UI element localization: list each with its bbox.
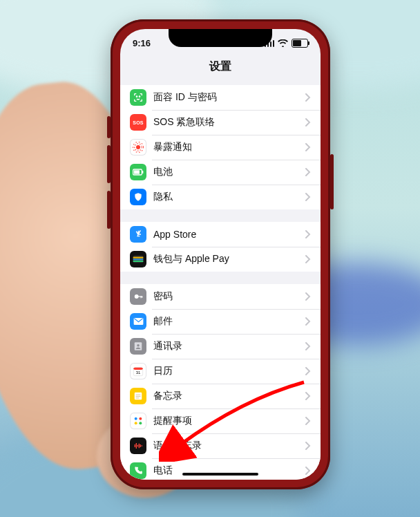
chevron-right-icon <box>305 230 311 238</box>
chevron-right-icon <box>305 442 311 450</box>
svg-rect-13 <box>137 296 142 297</box>
settings-row-label: 钱包与 Apple Pay <box>153 253 305 265</box>
phone-icon <box>130 462 146 479</box>
svg-rect-6 <box>142 171 143 173</box>
chevron-right-icon <box>305 342 311 350</box>
settings-row-contacts[interactable]: 通讯录 <box>120 334 321 359</box>
svg-point-1 <box>139 96 140 97</box>
exposure-icon <box>130 139 146 156</box>
settings-row-label: 语音备忘录 <box>153 440 305 452</box>
sos-icon: SOS <box>130 114 146 131</box>
settings-row-label: 邮件 <box>153 315 305 328</box>
chevron-right-icon <box>305 367 311 375</box>
settings-row-faceid[interactable]: 面容 ID 与密码 <box>120 85 321 110</box>
mail-icon <box>130 313 146 330</box>
svg-rect-9 <box>133 257 144 258</box>
chevron-right-icon <box>305 193 311 201</box>
settings-row-label: SOS 紧急联络 <box>153 116 305 129</box>
settings-row-reminders[interactable]: 提醒事项 <box>120 408 321 433</box>
mute-switch <box>107 116 111 138</box>
settings-row-phone[interactable]: 电话 <box>120 458 321 480</box>
settings-group: 密码邮件通讯录31日历备忘录提醒事项语音备忘录电话信息 <box>120 284 321 480</box>
chevron-right-icon <box>305 255 311 263</box>
settings-row-label: 面容 ID 与密码 <box>153 91 305 104</box>
contacts-icon <box>130 338 146 355</box>
chevron-right-icon <box>305 467 311 475</box>
passwords-icon <box>130 288 146 305</box>
privacy-icon <box>130 189 146 205</box>
volume-down-button <box>107 191 111 229</box>
chevron-right-icon <box>305 168 311 176</box>
battery-icon <box>292 39 308 48</box>
power-button <box>330 154 334 209</box>
settings-row-mail[interactable]: 邮件 <box>120 309 321 334</box>
settings-row-privacy[interactable]: 隐私 <box>120 185 321 209</box>
settings-row-label: 提醒事项 <box>153 415 305 427</box>
reminders-icon <box>130 413 146 429</box>
wallet-icon <box>130 251 146 267</box>
settings-row-voicememo[interactable]: 语音备忘录 <box>120 433 321 458</box>
svg-point-29 <box>139 422 142 424</box>
svg-point-0 <box>136 96 137 97</box>
svg-point-26 <box>135 417 137 420</box>
chevron-right-icon <box>305 317 311 326</box>
settings-row-passwords[interactable]: 密码 <box>120 284 321 309</box>
settings-row-appstore[interactable]: App Store <box>120 222 321 247</box>
phone-screen: 9:16 设置 面容 ID 与密码SOSSOS 紧急联络暴露通知电池隐私App … <box>120 29 321 480</box>
notch <box>169 29 272 47</box>
volume-up-button <box>107 145 111 183</box>
settings-list[interactable]: 面容 ID 与密码SOSSOS 紧急联络暴露通知电池隐私App Store钱包与… <box>120 85 321 480</box>
wifi-icon <box>278 39 288 47</box>
chevron-right-icon <box>305 292 311 301</box>
svg-text:31: 31 <box>136 370 141 375</box>
status-time: 9:16 <box>133 38 151 48</box>
chevron-right-icon <box>305 392 311 400</box>
svg-rect-22 <box>135 393 142 400</box>
settings-group: App Store钱包与 Apple Pay <box>120 222 321 272</box>
svg-rect-11 <box>133 261 144 262</box>
home-indicator[interactable] <box>182 473 258 476</box>
svg-point-2 <box>136 145 140 149</box>
chevron-right-icon <box>305 143 311 151</box>
settings-row-label: 通讯录 <box>153 340 305 352</box>
svg-point-18 <box>137 344 140 347</box>
settings-group: 面容 ID 与密码SOSSOS 紧急联络暴露通知电池隐私 <box>120 85 321 209</box>
settings-row-label: 电池 <box>153 166 305 178</box>
chevron-right-icon <box>305 118 311 126</box>
calendar-icon: 31 <box>130 363 146 379</box>
iphone-body: 9:16 设置 面容 ID 与密码SOSSOS 紧急联络暴露通知电池隐私App … <box>111 19 330 489</box>
voicememo-icon <box>130 438 146 454</box>
settings-row-calendar[interactable]: 31日历 <box>120 359 321 384</box>
svg-rect-10 <box>133 258 144 260</box>
svg-point-27 <box>139 417 142 420</box>
svg-rect-14 <box>141 296 142 298</box>
settings-row-label: 隐私 <box>153 191 305 203</box>
battery-icon <box>130 164 146 180</box>
settings-row-label: App Store <box>153 229 305 240</box>
settings-row-label: 日历 <box>153 365 305 377</box>
page-title: 设置 <box>120 57 321 81</box>
settings-row-label: 暴露通知 <box>153 141 305 153</box>
notes-icon <box>130 388 146 404</box>
settings-row-label: 密码 <box>153 290 305 303</box>
faceid-icon <box>130 89 146 106</box>
settings-row-notes[interactable]: 备忘录 <box>120 384 321 408</box>
settings-row-label: 备忘录 <box>153 390 305 402</box>
chevron-right-icon <box>305 417 311 425</box>
svg-point-28 <box>135 422 137 424</box>
appstore-icon <box>130 226 146 243</box>
settings-row-sos[interactable]: SOSSOS 紧急联络 <box>120 110 321 135</box>
svg-rect-15 <box>142 296 142 297</box>
svg-rect-7 <box>134 170 140 173</box>
chevron-right-icon <box>305 93 311 102</box>
settings-row-battery[interactable]: 电池 <box>120 160 321 185</box>
svg-rect-20 <box>133 368 142 370</box>
settings-row-wallet[interactable]: 钱包与 Apple Pay <box>120 247 321 272</box>
settings-row-exposure[interactable]: 暴露通知 <box>120 135 321 160</box>
